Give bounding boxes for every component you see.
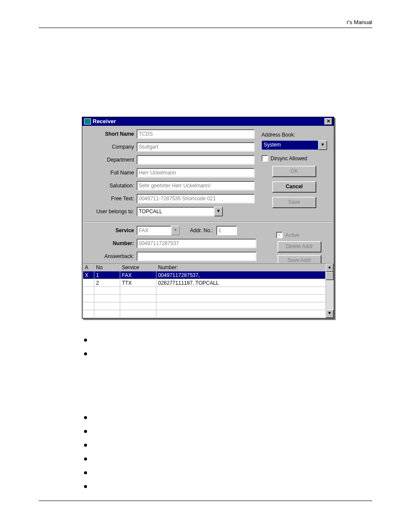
addr-no-label: Addr. No.: xyxy=(190,227,213,233)
cell-no: 1 xyxy=(94,271,120,279)
cell-number: 026277111187, TOPCALL xyxy=(156,279,326,287)
chevron-down-icon[interactable]: ▼ xyxy=(318,140,327,150)
bullet-item xyxy=(84,441,325,455)
col-number[interactable]: Number: xyxy=(156,264,326,271)
table-row[interactable]: X1FAX00497117287537, xyxy=(83,271,326,279)
free-text-label: Free Text: xyxy=(87,196,134,202)
user-belongs-to-combo[interactable]: TOPCALL ▼ xyxy=(137,207,223,216)
cell-a xyxy=(83,302,94,310)
cell-no xyxy=(94,310,120,318)
bullet-item xyxy=(84,469,325,482)
dirsync-allowed-checkbox[interactable]: Dirsync Allowed xyxy=(262,155,327,162)
cell-no xyxy=(94,302,120,310)
number-label: Number: xyxy=(87,240,134,246)
cell-service: FAX xyxy=(120,271,156,279)
cell-no xyxy=(94,287,120,295)
scrollbar[interactable]: ▲ ▼ xyxy=(326,264,333,318)
save-button[interactable]: Save xyxy=(272,197,316,208)
bullet-item xyxy=(84,455,325,469)
cell-service xyxy=(120,310,156,318)
cell-a: X xyxy=(83,271,94,279)
col-a[interactable]: A xyxy=(83,264,94,271)
answerback-field[interactable] xyxy=(137,252,256,261)
active-checkbox: ✓ Active xyxy=(276,232,299,238)
addr-no-field[interactable]: 1 xyxy=(216,226,237,235)
header-right-text: r's Manual xyxy=(346,19,372,25)
full-name-field[interactable]: Herr Uckelmann xyxy=(137,168,255,177)
answerback-label: Answerback: xyxy=(87,253,134,259)
cell-a xyxy=(83,295,94,302)
bullet-item xyxy=(84,482,325,496)
user-belongs-to-value: TOPCALL xyxy=(137,207,214,216)
address-table-wrap: A No Service Number: X1FAX00497117287537… xyxy=(83,263,333,318)
cancel-button[interactable]: Cancel xyxy=(272,181,316,193)
scroll-up-icon[interactable]: ▲ xyxy=(326,264,333,272)
service-combo[interactable]: FAX ▼ xyxy=(137,226,180,235)
free-text-field[interactable]: 0049711-7287535 Shortcode 021 xyxy=(137,194,255,203)
address-book-combo[interactable]: System ▼ xyxy=(262,140,327,150)
cell-service: TTX xyxy=(120,279,156,287)
cell-number: 00497117287537, xyxy=(156,271,326,279)
user-belongs-to-label: User belongs to: xyxy=(87,208,134,215)
titlebar: Receiver ✕ xyxy=(82,117,334,126)
table-row[interactable] xyxy=(83,287,326,295)
number-field[interactable]: 00497117287537 xyxy=(137,239,256,248)
cell-service xyxy=(120,287,156,295)
cell-no: 2 xyxy=(94,279,120,287)
cell-number xyxy=(156,302,326,310)
bullet-list-1 xyxy=(84,336,325,364)
cell-number xyxy=(156,287,326,295)
address-book-value: System xyxy=(262,140,318,150)
footer-rule xyxy=(39,501,372,501)
cell-service xyxy=(120,302,156,310)
salutation-field[interactable]: Sehr geehrter Herr Uckelmann! xyxy=(137,181,255,190)
chevron-down-icon: ▼ xyxy=(171,226,180,235)
bullet-list-2 xyxy=(84,414,325,496)
cell-number xyxy=(156,295,326,302)
receiver-dialog: Receiver ✕ Address Book: System ▼ Dirsyn… xyxy=(82,117,334,319)
cell-a xyxy=(83,310,94,318)
company-label: Company xyxy=(87,144,134,150)
short-name-field[interactable]: TCDS xyxy=(137,129,255,139)
chevron-down-icon[interactable]: ▼ xyxy=(214,207,223,216)
table-row[interactable] xyxy=(83,310,326,318)
dialog-title: Receiver xyxy=(93,117,116,126)
table-row[interactable] xyxy=(83,295,326,302)
department-label: Department xyxy=(87,157,134,163)
section-divider xyxy=(82,221,334,222)
ok-button[interactable]: OK xyxy=(272,166,316,177)
address-book-label: Address Book: xyxy=(262,132,327,138)
header-rule xyxy=(39,28,372,28)
company-field[interactable]: Stuttgart xyxy=(137,142,255,152)
salutation-label: Salutation: xyxy=(87,183,134,189)
checkbox-box: ✓ xyxy=(276,232,283,238)
address-table[interactable]: A No Service Number: X1FAX00497117287537… xyxy=(83,264,326,318)
cell-no xyxy=(94,295,120,302)
full-name-label: Full Name xyxy=(87,170,134,176)
table-row[interactable] xyxy=(83,302,326,310)
scroll-thumb[interactable] xyxy=(326,272,333,280)
bullet-item xyxy=(84,427,325,441)
checkbox-box xyxy=(262,155,268,162)
cell-a xyxy=(83,287,94,295)
active-label: Active xyxy=(285,232,299,238)
short-name-label: Short Name xyxy=(87,131,134,137)
department-field[interactable] xyxy=(137,155,255,165)
sys-icon xyxy=(84,118,91,124)
close-icon[interactable]: ✕ xyxy=(324,118,332,125)
cell-a xyxy=(83,279,94,287)
col-service[interactable]: Service xyxy=(120,264,156,271)
service-label: Service xyxy=(87,227,134,233)
bullet-item xyxy=(84,350,325,364)
delete-addr-button[interactable]: Delete Addr xyxy=(277,241,321,252)
table-row[interactable]: 2TTX026277111187, TOPCALL xyxy=(83,279,326,287)
bullet-item xyxy=(84,414,325,427)
scroll-down-icon[interactable]: ▼ xyxy=(326,310,333,318)
cell-number xyxy=(156,310,326,318)
cell-service xyxy=(120,295,156,302)
service-value: FAX xyxy=(137,226,171,235)
dirsync-label: Dirsync Allowed xyxy=(271,156,307,162)
bullet-item xyxy=(84,336,325,350)
col-no[interactable]: No xyxy=(94,264,120,271)
